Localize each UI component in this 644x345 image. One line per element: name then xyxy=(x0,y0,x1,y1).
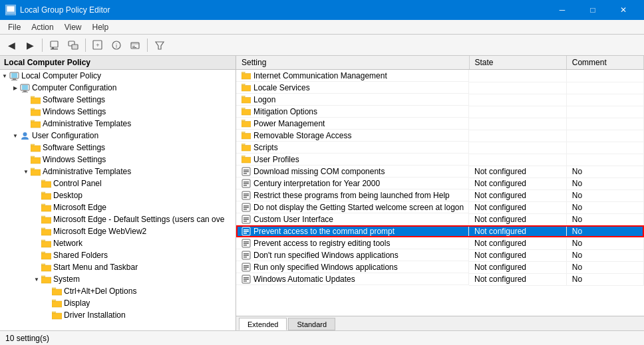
tree-item-admin-templates-cc[interactable]: Administrative Templates xyxy=(0,118,236,130)
tree-item-ctrl-alt-del[interactable]: Ctrl+Alt+Del Options xyxy=(0,285,236,297)
tree-toggle-local-computer-policy[interactable]: ▼ xyxy=(0,70,9,81)
tree-toggle-microsoft-edge-webview2[interactable] xyxy=(32,226,41,237)
table-row[interactable]: Download missing COM componentsNot confi… xyxy=(236,166,644,177)
table-row[interactable]: Internet Communication Management xyxy=(236,70,644,82)
tree-item-software-settings-uc[interactable]: Software Settings xyxy=(0,142,236,154)
up-button[interactable] xyxy=(46,37,63,54)
table-row[interactable]: Don't run specified Windows applications… xyxy=(236,249,644,261)
svg-rect-0 xyxy=(7,6,15,12)
table-row[interactable]: Custom User InterfaceNot configuredNo xyxy=(236,213,644,225)
close-button[interactable]: ✕ xyxy=(608,0,639,20)
tree-item-network[interactable]: Network xyxy=(0,237,236,249)
tree-toggle-desktop[interactable] xyxy=(32,190,41,201)
cell-state xyxy=(469,106,566,118)
tree-item-microsoft-edge-webview2[interactable]: Microsoft Edge WebView2 xyxy=(0,225,236,237)
menu-action[interactable]: Action xyxy=(26,20,59,35)
cell-comment xyxy=(566,106,643,118)
table-row[interactable]: Do not display the Getting Started welco… xyxy=(236,201,644,213)
tree-body[interactable]: ▼ Local Computer Policy ▶ Computer Confi… xyxy=(0,70,236,330)
tree-toggle-admin-templates-uc[interactable]: ▼ xyxy=(21,166,31,177)
cell-comment: No xyxy=(566,237,643,249)
cell-state: Not configured xyxy=(469,249,566,261)
tree-label-ctrl-alt-del: Ctrl+Alt+Del Options xyxy=(64,287,136,296)
tree-toggle-display[interactable] xyxy=(43,298,52,308)
svg-rect-28 xyxy=(243,173,247,174)
cell-state xyxy=(469,70,566,82)
tree-toggle-start-menu-taskbar[interactable] xyxy=(32,262,41,273)
tree-toggle-computer-config[interactable]: ▶ xyxy=(11,82,20,93)
minimize-button[interactable]: ─ xyxy=(547,0,577,20)
tree-toggle-ctrl-alt-del[interactable] xyxy=(43,286,52,296)
cell-setting: Internet Communication Management xyxy=(236,70,469,82)
maximize-button[interactable]: □ xyxy=(577,0,608,20)
tree-toggle-system[interactable]: ▼ xyxy=(32,274,41,285)
tree-toggle-software-settings-cc[interactable] xyxy=(21,94,31,105)
tree-toggle-admin-templates-cc[interactable] xyxy=(21,118,31,129)
tree-item-shared-folders[interactable]: Shared Folders xyxy=(0,249,236,261)
table-row[interactable]: Scripts xyxy=(236,142,644,154)
tree-toggle-shared-folders[interactable] xyxy=(32,250,41,261)
col-state[interactable]: State xyxy=(469,56,566,70)
svg-rect-44 xyxy=(243,221,247,222)
properties-button[interactable]: i xyxy=(108,37,125,54)
back-button[interactable]: ◀ xyxy=(3,37,20,54)
tree-item-control-panel[interactable]: Control Panel xyxy=(0,177,236,189)
tree-label-system: System xyxy=(53,275,80,284)
tab-extended[interactable]: Extended xyxy=(239,318,287,330)
cell-state: Not configured xyxy=(469,166,566,177)
tree-item-microsoft-edge[interactable]: Microsoft Edge xyxy=(0,201,236,213)
table-row[interactable]: Mitigation Options xyxy=(236,106,644,118)
show-button[interactable] xyxy=(65,37,82,54)
table-row[interactable]: Locale Services xyxy=(236,82,644,94)
tree-item-user-config[interactable]: ▼ User Configuration xyxy=(0,130,236,142)
svg-rect-40 xyxy=(243,209,247,210)
tree-item-system[interactable]: ▼ System xyxy=(0,273,236,285)
table-container[interactable]: Setting State Comment Internet Communica… xyxy=(236,56,644,316)
tree-item-microsoft-edge-default[interactable]: Microsoft Edge - Default Settings (users… xyxy=(0,213,236,225)
filter-button[interactable] xyxy=(151,37,168,54)
new-window-button[interactable]: + xyxy=(89,37,106,54)
tree-item-display[interactable]: Display xyxy=(0,297,236,309)
tree-item-windows-settings-cc[interactable]: Windows Settings xyxy=(0,106,236,118)
tree-toggle-driver-installation[interactable] xyxy=(43,310,52,320)
table-row[interactable]: Prevent access to the command promptNot … xyxy=(236,225,644,237)
tree-item-desktop[interactable]: Desktop xyxy=(0,189,236,201)
tree-item-software-settings-cc[interactable]: Software Settings xyxy=(0,94,236,106)
table-row[interactable]: Run only specified Windows applicationsN… xyxy=(236,261,644,273)
forward-button[interactable]: ▶ xyxy=(21,37,39,54)
tree-toggle-microsoft-edge[interactable] xyxy=(32,202,41,213)
tree-item-windows-settings-uc[interactable]: Windows Settings xyxy=(0,154,236,166)
table-row[interactable]: Prevent access to registry editing tools… xyxy=(236,237,644,249)
svg-rect-47 xyxy=(243,231,249,232)
menu-file[interactable]: File xyxy=(3,20,26,35)
table-row[interactable]: Power Management xyxy=(236,118,644,130)
col-comment[interactable]: Comment xyxy=(566,56,643,70)
tree-toggle-microsoft-edge-default[interactable] xyxy=(32,214,41,225)
tree-toggle-windows-settings-cc[interactable] xyxy=(21,106,31,117)
cell-comment: No xyxy=(566,249,643,261)
table-row[interactable]: Removable Storage Access xyxy=(236,130,644,142)
tree-toggle-software-settings-uc[interactable] xyxy=(21,142,31,153)
table-row[interactable]: User Profiles xyxy=(236,154,644,166)
menu-help[interactable]: Help xyxy=(87,20,114,35)
main-content: Local Computer Policy ▼ Local Computer P… xyxy=(0,56,644,330)
tab-standard[interactable]: Standard xyxy=(288,318,335,330)
cell-setting: Restrict these programs from being launc… xyxy=(236,189,469,201)
tree-item-start-menu-taskbar[interactable]: Start Menu and Taskbar xyxy=(0,261,236,273)
status-bar: 10 setting(s) xyxy=(0,330,644,345)
tree-toggle-control-panel[interactable] xyxy=(32,178,41,189)
tree-toggle-user-config[interactable]: ▼ xyxy=(11,130,20,141)
help-button[interactable] xyxy=(126,37,144,54)
table-row[interactable]: Windows Automatic UpdatesNot configuredN… xyxy=(236,273,644,285)
tree-toggle-windows-settings-uc[interactable] xyxy=(21,154,31,165)
tree-item-computer-config[interactable]: ▶ Computer Configuration xyxy=(0,82,236,94)
tree-item-driver-installation[interactable]: Driver Installation xyxy=(0,309,236,321)
menu-view[interactable]: View xyxy=(59,20,87,35)
tree-item-local-computer-policy[interactable]: ▼ Local Computer Policy xyxy=(0,70,236,82)
table-row[interactable]: Logon xyxy=(236,94,644,106)
tree-item-admin-templates-uc[interactable]: ▼ Administrative Templates xyxy=(0,166,236,177)
table-row[interactable]: Restrict these programs from being launc… xyxy=(236,189,644,201)
col-setting[interactable]: Setting xyxy=(236,56,469,70)
table-row[interactable]: Century interpretation for Year 2000Not … xyxy=(236,177,644,189)
tree-toggle-network[interactable] xyxy=(32,238,41,249)
